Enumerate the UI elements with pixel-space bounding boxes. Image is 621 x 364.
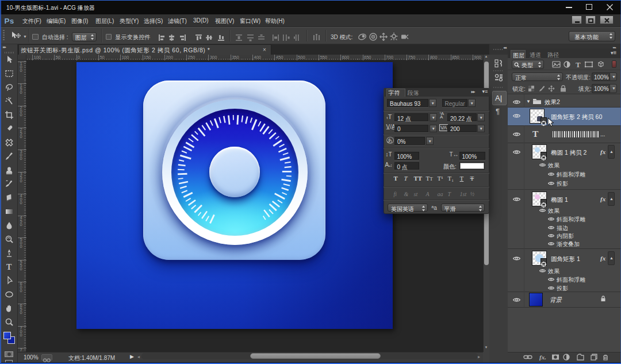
svg-text:fx.: fx. (539, 354, 546, 361)
svg-text:T: T (576, 60, 581, 68)
svg-text:T: T (6, 263, 12, 271)
